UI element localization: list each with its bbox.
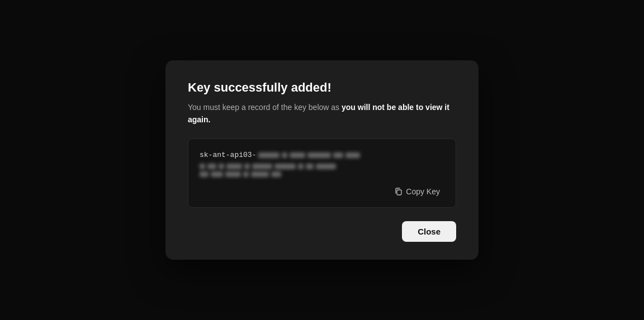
key-seg-17	[200, 171, 209, 177]
api-key-box: sk-ant-api03-	[188, 138, 456, 208]
modal-title: Key successfully added!	[188, 80, 456, 95]
api-key-text: sk-ant-api03-	[200, 149, 444, 177]
key-seg-3	[290, 152, 305, 158]
key-seg-4	[307, 152, 331, 158]
copy-key-button[interactable]: Copy Key	[390, 185, 444, 198]
description-plain-text: You must keep a record of the key below …	[188, 103, 342, 112]
key-seg-7	[200, 164, 205, 169]
modal-overlay: Key successfully added! You must keep a …	[0, 0, 644, 320]
modal-dialog: Key successfully added! You must keep a …	[165, 60, 479, 259]
modal-footer: Close	[188, 221, 456, 242]
key-seg-22	[271, 171, 281, 177]
key-prefix: sk-ant-api03-	[200, 149, 256, 161]
key-seg-19	[225, 171, 241, 177]
key-seg-14	[298, 164, 304, 169]
key-seg-9	[219, 164, 224, 169]
key-seg-1	[258, 152, 280, 158]
key-seg-8	[207, 164, 216, 169]
key-line-1: sk-ant-api03-	[200, 149, 444, 161]
key-seg-18	[211, 171, 223, 177]
key-seg-20	[243, 171, 249, 177]
copy-icon	[395, 188, 402, 195]
key-seg-13	[274, 164, 296, 169]
key-seg-21	[251, 171, 269, 177]
key-seg-12	[252, 164, 272, 169]
modal-description: You must keep a record of the key below …	[188, 102, 456, 126]
copy-key-row: Copy Key	[200, 185, 444, 198]
key-seg-2	[282, 152, 287, 158]
key-line-3	[200, 171, 444, 177]
key-line-2	[200, 164, 444, 169]
key-seg-6	[345, 152, 360, 158]
key-seg-11	[244, 164, 250, 169]
key-seg-15	[306, 164, 314, 169]
close-button[interactable]: Close	[402, 221, 456, 242]
key-seg-16	[316, 164, 336, 169]
key-seg-5	[333, 152, 343, 158]
key-seg-10	[226, 164, 242, 169]
copy-key-label: Copy Key	[406, 187, 440, 196]
svg-rect-0	[397, 190, 401, 195]
